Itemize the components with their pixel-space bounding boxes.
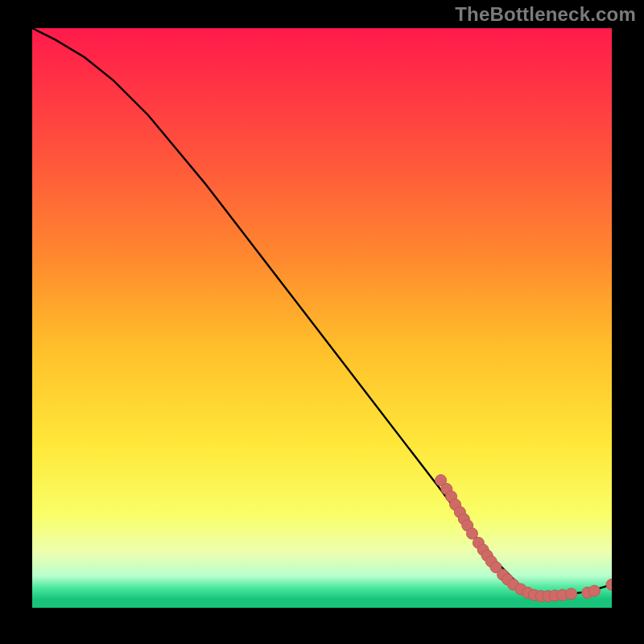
data-marker <box>566 588 577 600</box>
plot-area <box>32 28 612 608</box>
data-marker <box>588 585 600 597</box>
chart-svg <box>32 28 612 608</box>
watermark-text: TheBottleneck.com <box>455 3 636 26</box>
chart-frame: TheBottleneck.com <box>0 0 644 644</box>
gradient-background <box>32 28 612 608</box>
